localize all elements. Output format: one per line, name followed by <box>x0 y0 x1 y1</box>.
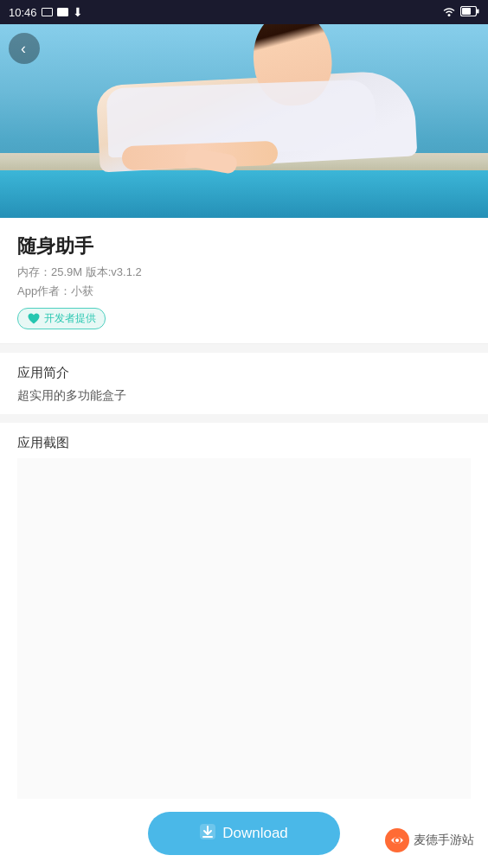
screenshots-area <box>17 458 471 804</box>
square-filled-icon <box>57 8 68 16</box>
hero-image-area: ‹ <box>0 24 488 218</box>
app-meta: 内存：25.9M 版本:v3.1.2 <box>17 265 471 280</box>
app-title: 随身助手 <box>17 233 471 259</box>
back-button[interactable]: ‹ <box>9 33 40 64</box>
status-bar-left: 10:46 ⬇ <box>9 5 83 19</box>
watermark: 麦德手游站 <box>385 828 474 852</box>
developer-badge[interactable]: 开发者提供 <box>17 308 106 329</box>
battery-icon <box>460 6 479 19</box>
screenshots-section: 应用截图 <box>0 423 488 814</box>
wifi-icon <box>441 5 457 20</box>
download-button[interactable]: Download <box>148 812 340 855</box>
app-author: App作者：小获 <box>17 284 471 299</box>
download-status-icon: ⬇ <box>73 5 83 19</box>
description-section: 应用简介 超实用的多功能盒子 <box>0 353 488 414</box>
svg-rect-3 <box>477 9 479 13</box>
developer-label: 开发者提供 <box>44 311 96 326</box>
heart-icon <box>27 312 41 326</box>
svg-rect-2 <box>462 8 471 15</box>
download-arrow-icon <box>200 824 215 839</box>
app-info-section: 随身助手 内存：25.9M 版本:v3.1.2 App作者：小获 开发者提供 <box>0 218 488 344</box>
description-text: 超实用的多功能盒子 <box>17 388 471 404</box>
status-time: 10:46 <box>9 6 37 19</box>
download-label: Download <box>222 825 288 842</box>
description-section-title: 应用简介 <box>17 365 471 381</box>
status-bar: 10:46 ⬇ <box>0 0 488 24</box>
screenshots-section-title: 应用截图 <box>17 435 471 451</box>
status-bar-right <box>441 5 479 20</box>
watermark-text: 麦德手游站 <box>414 833 474 848</box>
download-btn-icon <box>200 824 215 843</box>
back-arrow-icon: ‹ <box>21 41 26 56</box>
svg-point-0 <box>448 14 451 16</box>
watermark-logo-icon <box>385 828 409 852</box>
svg-point-8 <box>395 839 399 842</box>
square-outline-icon <box>42 8 53 16</box>
